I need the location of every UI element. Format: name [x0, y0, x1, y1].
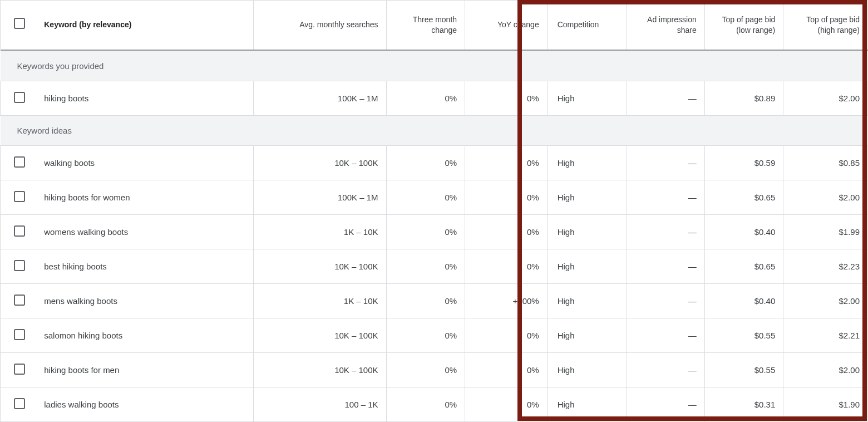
bid-low-cell: $0.40 [704, 284, 783, 318]
impression-share-cell: — [627, 318, 705, 353]
yoy-cell: 0% [465, 180, 548, 215]
table-row: best hiking boots10K – 100K0%0%High—$0.6… [1, 249, 868, 284]
row-checkbox[interactable] [14, 260, 25, 271]
three-month-cell: 0% [386, 318, 465, 353]
header-checkbox-cell [1, 1, 39, 50]
bid-high-cell: $1.99 [783, 215, 868, 249]
bid-high-cell: $2.21 [783, 318, 868, 353]
bid-low-cell: $0.31 [704, 387, 783, 422]
yoy-cell: 0% [465, 146, 548, 180]
row-checkbox-cell [1, 318, 39, 353]
bid-low-cell: $0.59 [704, 146, 783, 180]
yoy-cell: 0% [465, 353, 548, 387]
row-checkbox[interactable] [14, 156, 25, 168]
row-checkbox[interactable] [14, 225, 25, 237]
keyword-cell: hiking boots for women [38, 180, 253, 215]
table-row: walking boots10K – 100K0%0%High—$0.59$0.… [1, 146, 868, 180]
section-keywords-provided: Keywords you provided [1, 51, 868, 81]
three-month-cell: 0% [386, 353, 465, 387]
table-row: hiking boots for men10K – 100K0%0%High—$… [1, 353, 868, 387]
avg-searches-cell: 1K – 10K [253, 284, 386, 318]
bid-high-cell: $0.85 [783, 146, 868, 180]
impression-share-cell: — [627, 146, 705, 180]
row-checkbox-cell [1, 284, 39, 318]
row-checkbox[interactable] [14, 329, 25, 340]
bid-high-cell: $2.00 [783, 284, 868, 318]
competition-cell: High [547, 81, 627, 116]
bid-low-cell: $0.40 [704, 215, 783, 249]
avg-searches-cell: 1K – 10K [253, 215, 386, 249]
row-checkbox-cell [1, 81, 39, 116]
bid-low-cell: $0.65 [704, 249, 783, 284]
table-header-row: Keyword (by relevance) Avg. monthly sear… [1, 1, 868, 50]
header-bid-high[interactable]: Top of page bid (high range) [783, 1, 868, 50]
row-checkbox-cell [1, 353, 39, 387]
three-month-cell: 0% [386, 215, 465, 249]
yoy-cell: 0% [465, 215, 548, 249]
three-month-cell: 0% [386, 180, 465, 215]
impression-share-cell: — [627, 387, 705, 422]
table-row: mens walking boots1K – 10K0%+900%High—$0… [1, 284, 868, 318]
header-competition[interactable]: Competition [547, 1, 627, 50]
three-month-cell: 0% [386, 81, 465, 116]
competition-cell: High [547, 249, 627, 284]
table-row: womens walking boots1K – 10K0%0%High—$0.… [1, 215, 868, 249]
avg-searches-cell: 100 – 1K [253, 387, 386, 422]
header-ad-impression-share[interactable]: Ad impression share [627, 1, 705, 50]
header-yoy-change[interactable]: YoY change [465, 1, 548, 50]
row-checkbox-cell [1, 180, 39, 215]
keyword-cell: ladies walking boots [38, 387, 253, 422]
yoy-cell: 0% [465, 387, 548, 422]
keyword-cell: womens walking boots [38, 215, 253, 249]
row-checkbox[interactable] [14, 191, 25, 202]
keyword-cell: walking boots [38, 146, 253, 180]
keyword-cell: mens walking boots [38, 284, 253, 318]
three-month-cell: 0% [386, 284, 465, 318]
three-month-cell: 0% [386, 249, 465, 284]
bid-low-cell: $0.55 [704, 318, 783, 353]
impression-share-cell: — [627, 284, 705, 318]
section-keyword-ideas: Keyword ideas [1, 116, 868, 146]
impression-share-cell: — [627, 353, 705, 387]
keyword-cell: best hiking boots [38, 249, 253, 284]
section-keyword-ideas-label: Keyword ideas [1, 116, 868, 146]
yoy-cell: 0% [465, 81, 548, 116]
row-checkbox[interactable] [14, 364, 25, 375]
keyword-cell: hiking boots for men [38, 353, 253, 387]
bid-high-cell: $1.90 [783, 387, 868, 422]
row-checkbox[interactable] [14, 295, 25, 306]
competition-cell: High [547, 215, 627, 249]
impression-share-cell: — [627, 215, 705, 249]
keyword-planner-table: Keyword (by relevance) Avg. monthly sear… [0, 0, 868, 422]
row-checkbox[interactable] [14, 398, 25, 409]
header-bid-low[interactable]: Top of page bid (low range) [704, 1, 783, 50]
row-checkbox-cell [1, 387, 39, 422]
competition-cell: High [547, 318, 627, 353]
avg-searches-cell: 10K – 100K [253, 353, 386, 387]
row-checkbox-cell [1, 146, 39, 180]
bid-high-cell: $2.00 [783, 180, 868, 215]
table-row: ladies walking boots100 – 1K0%0%High—$0.… [1, 387, 868, 422]
select-all-checkbox[interactable] [14, 18, 25, 29]
competition-cell: High [547, 284, 627, 318]
three-month-cell: 0% [386, 146, 465, 180]
table-row: hiking boots for women100K – 1M0%0%High—… [1, 180, 868, 215]
bid-low-cell: $0.55 [704, 353, 783, 387]
avg-searches-cell: 10K – 100K [253, 249, 386, 284]
bid-high-cell: $2.00 [783, 81, 868, 116]
keyword-cell: hiking boots [38, 81, 253, 116]
header-three-month-change[interactable]: Three month change [386, 1, 465, 50]
bid-high-cell: $2.00 [783, 353, 868, 387]
header-keyword[interactable]: Keyword (by relevance) [38, 1, 253, 50]
yoy-cell: 0% [465, 318, 548, 353]
row-checkbox[interactable] [14, 92, 25, 103]
header-avg-monthly-searches[interactable]: Avg. monthly searches [253, 1, 386, 50]
competition-cell: High [547, 387, 627, 422]
avg-searches-cell: 10K – 100K [253, 146, 386, 180]
table-row: hiking boots100K – 1M0%0%High—$0.89$2.00 [1, 81, 868, 116]
three-month-cell: 0% [386, 387, 465, 422]
impression-share-cell: — [627, 180, 705, 215]
competition-cell: High [547, 353, 627, 387]
competition-cell: High [547, 146, 627, 180]
yoy-cell: 0% [465, 249, 548, 284]
